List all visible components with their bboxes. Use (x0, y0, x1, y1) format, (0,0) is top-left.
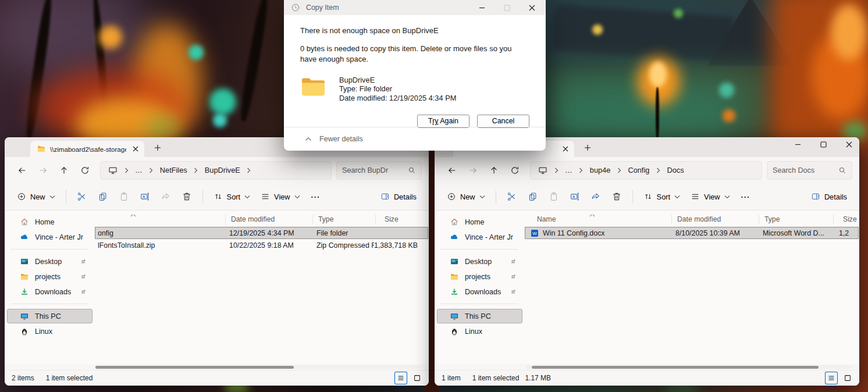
tab-close-icon[interactable] (560, 144, 571, 154)
horizontal-scrollbar[interactable] (435, 364, 859, 370)
back-button[interactable] (442, 162, 463, 179)
sidebar-item-linux[interactable]: Linux (7, 324, 93, 338)
tab-left[interactable]: \\zimaboard2\safe-storage\N (30, 141, 144, 157)
breadcrumb[interactable]: … bup4e Config Docs (530, 161, 762, 180)
bokeh-light (719, 83, 734, 98)
copy-icon[interactable] (93, 187, 113, 206)
sort-button[interactable]: Sort (208, 187, 255, 206)
sidebar-item-onedrive[interactable]: Vince - Arter Jr (7, 230, 93, 244)
cancel-button[interactable]: Cancel (477, 115, 529, 128)
new-tab-button[interactable] (151, 141, 164, 154)
view-button[interactable]: View (685, 187, 735, 206)
large-thumbnails-view-toggle[interactable] (411, 372, 424, 384)
sidebar-item-downloads[interactable]: Downloads (437, 284, 522, 299)
new-button[interactable]: New (12, 187, 61, 206)
scrollbar-thumb[interactable] (532, 366, 819, 369)
paste-icon[interactable] (113, 187, 134, 206)
file-row[interactable]: onfig 12/19/2025 4:34 PM File folder (95, 227, 428, 239)
search-input[interactable] (342, 166, 408, 174)
refresh-button[interactable] (504, 162, 525, 179)
more-options-button[interactable]: ⋯ (735, 187, 755, 206)
column-header-date[interactable]: Date modified (671, 215, 759, 224)
this-pc-icon[interactable] (534, 164, 552, 177)
delete-icon[interactable] (606, 187, 627, 206)
file-row[interactable]: W Win 11 Config.docx 8/10/2025 10:39 AM … (525, 227, 859, 239)
dialog-item-modified: Date modified: 12/19/2025 4:34 PM (339, 94, 456, 102)
up-button[interactable] (483, 162, 504, 179)
column-header-name[interactable] (94, 215, 225, 224)
copy-icon[interactable] (522, 187, 543, 206)
sidebar-item-label: Home (465, 218, 485, 226)
sidebar-item-this-pc[interactable]: This PC (7, 309, 93, 323)
minimize-button[interactable] (478, 3, 486, 12)
search-input[interactable] (773, 166, 838, 174)
sidebar-item-desktop[interactable]: Desktop (7, 254, 93, 269)
fewer-details-toggle[interactable]: Fewer details (284, 127, 546, 151)
close-button[interactable] (528, 3, 536, 12)
file-row[interactable]: lFontsToInstall.zip 10/22/2025 9:18 AM Z… (95, 239, 428, 251)
sidebar-item-projects[interactable]: projects (437, 269, 522, 284)
column-header-size[interactable]: Size (375, 215, 429, 224)
column-header-type[interactable]: Type (312, 215, 375, 224)
details-view-toggle[interactable] (825, 372, 838, 384)
sidebar-item-desktop[interactable]: Desktop (437, 254, 522, 269)
rename-icon[interactable] (134, 187, 155, 206)
breadcrumb-ellipsis[interactable]: … (131, 164, 147, 176)
breadcrumb-item[interactable]: BupDriveE (201, 164, 244, 176)
minimize-button[interactable] (794, 140, 802, 149)
breadcrumb-item[interactable]: NetFiles (156, 164, 191, 176)
this-pc-icon[interactable] (104, 164, 122, 177)
refresh-button[interactable] (74, 162, 95, 179)
sidebar-item-onedrive[interactable]: Vince - Arter Jr (437, 230, 522, 244)
view-button[interactable]: View (255, 187, 305, 206)
back-button[interactable] (12, 162, 33, 179)
close-button[interactable] (845, 140, 853, 149)
breadcrumb-item[interactable]: Docs (663, 164, 688, 176)
breadcrumb-ellipsis[interactable]: … (561, 164, 577, 176)
sidebar-item-home[interactable]: Home (437, 215, 522, 229)
maximize-button[interactable] (819, 140, 828, 149)
breadcrumb-item[interactable]: bup4e (586, 164, 615, 176)
column-header-name[interactable]: Name (524, 215, 671, 224)
large-thumbnails-view-toggle[interactable] (841, 372, 854, 384)
try-again-button[interactable]: Try Again (417, 115, 469, 128)
sidebar-item-home[interactable]: Home (7, 215, 93, 229)
delete-icon[interactable] (176, 187, 197, 206)
details-view-toggle[interactable] (394, 372, 407, 384)
sort-button[interactable]: Sort (638, 187, 685, 206)
breadcrumb-item[interactable]: Config (624, 164, 653, 176)
new-button[interactable]: New (442, 187, 490, 206)
sidebar-item-downloads[interactable]: Downloads (7, 284, 93, 299)
up-button[interactable] (54, 162, 74, 179)
sidebar-item-label: Vince - Arter Jr (465, 233, 513, 241)
dialog-title-bar[interactable]: Copy Item (284, 0, 546, 15)
sidebar-item-this-pc[interactable]: This PC (437, 309, 522, 323)
tab-close-icon[interactable] (130, 144, 141, 154)
column-header-type[interactable]: Type (759, 215, 833, 224)
share-icon[interactable] (585, 187, 606, 206)
sidebar-divider (10, 304, 88, 304)
new-tab-button[interactable] (581, 141, 594, 154)
sidebar-item-linux[interactable]: Linux (437, 324, 522, 338)
share-icon[interactable] (155, 187, 176, 206)
details-pane-button[interactable]: Details (806, 187, 852, 206)
column-header-date[interactable]: Date modified (225, 215, 312, 224)
bokeh-light (723, 109, 735, 122)
rename-icon[interactable] (564, 187, 585, 206)
scrollbar-thumb[interactable] (95, 366, 294, 369)
search-box[interactable] (336, 161, 422, 180)
search-box[interactable] (767, 161, 852, 180)
cut-icon[interactable] (72, 187, 93, 206)
more-options-button[interactable]: ⋯ (305, 187, 325, 206)
breadcrumb[interactable]: … NetFiles BupDriveE (100, 161, 332, 180)
maximize-button[interactable] (503, 3, 511, 12)
cut-icon[interactable] (501, 187, 522, 206)
paste-icon[interactable] (543, 187, 564, 206)
column-header-size[interactable]: Size (833, 215, 859, 224)
details-pane-button[interactable]: Details (375, 187, 422, 206)
bokeh-light (209, 88, 236, 115)
sidebar-item-projects[interactable]: projects (7, 269, 93, 284)
horizontal-scrollbar[interactable] (5, 364, 429, 370)
forward-button[interactable] (33, 162, 54, 179)
forward-button[interactable] (463, 162, 483, 179)
